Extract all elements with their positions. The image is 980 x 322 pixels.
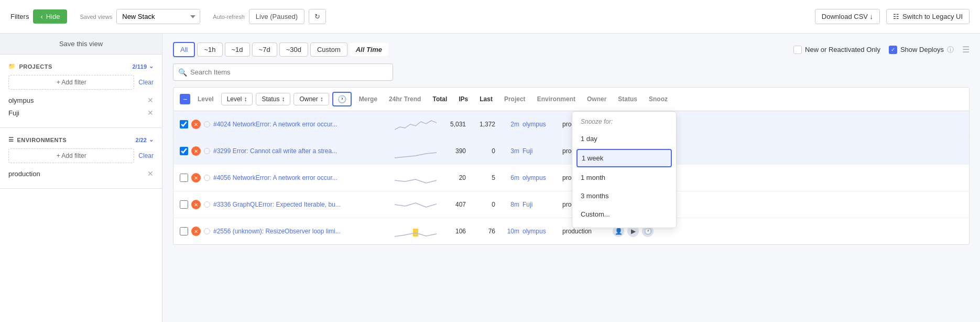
owner-sort-button[interactable]: Owner ↕ <box>293 93 329 105</box>
env-4: production <box>562 228 609 235</box>
layers-icon: ☰ <box>8 136 14 143</box>
sidebar: Save this view 📁 PROJECTS 2/119 ⌄ + Add … <box>0 34 162 322</box>
remove-olympus-button[interactable]: ✕ <box>147 96 154 104</box>
table-row: ✕ #3336 GraphQLError: Expected Iterable,… <box>173 191 969 218</box>
tab-custom[interactable]: Custom <box>310 42 347 57</box>
snooze-option-1day[interactable]: 1 day <box>572 130 676 148</box>
trend-sparkline-0 <box>395 116 437 132</box>
chevron-left-icon: ‹ <box>40 13 42 20</box>
issue-link-4[interactable]: #2556 (unknown): ResizeObserver loop lim… <box>213 228 391 235</box>
column-config-icon[interactable]: ☰ <box>962 45 970 55</box>
status-sort-button[interactable]: Status ↕ <box>256 93 290 105</box>
tab-7d[interactable]: ~7d <box>252 42 277 57</box>
environments-add-filter-button[interactable]: + Add filter <box>8 148 134 163</box>
error-dot-1: ✕ <box>191 146 201 156</box>
col-ips[interactable]: IPs <box>454 93 472 105</box>
total-1: 390 <box>440 147 466 155</box>
environments-header: ☰ ENVIRONMENTS 2/22 ⌄ <box>8 136 154 143</box>
project-3[interactable]: Fuji <box>522 201 559 208</box>
row-checkbox-2[interactable] <box>180 174 188 182</box>
tab-all-time[interactable]: All Time <box>350 43 388 56</box>
top-bar-right: Download CSV ↓ ☷ Switch to Legacy UI <box>815 9 970 24</box>
folder-icon: 📁 <box>8 63 16 70</box>
last-3[interactable]: 8m <box>498 201 519 208</box>
trend-sparkline-3 <box>395 197 437 212</box>
new-reactivated-option[interactable]: New or Reactivated Only <box>793 46 880 54</box>
remove-production-button[interactable]: ✕ <box>147 169 154 178</box>
deselect-all-button[interactable]: − <box>180 94 190 104</box>
download-csv-button[interactable]: Download CSV ↓ <box>815 9 880 24</box>
clock-icon: 🕐 <box>337 95 346 103</box>
environments-count[interactable]: 2/22 ⌄ <box>136 136 154 143</box>
tab-1d[interactable]: ~1d <box>225 42 250 57</box>
table-row: ✕ #4024 NetworkError: A network error oc… <box>173 111 969 138</box>
ips-3: 0 <box>469 201 495 208</box>
snooze-option-custom[interactable]: Custom... <box>572 205 676 223</box>
switch-legacy-button[interactable]: ☷ Switch to Legacy UI <box>886 9 970 24</box>
snooze-option-3months[interactable]: 3 months <box>572 187 676 205</box>
search-input[interactable] <box>173 63 393 81</box>
issue-link-0[interactable]: #4024 NetworkError: A network error occu… <box>213 121 391 128</box>
show-deploys-checkbox[interactable]: ✓ <box>889 46 897 54</box>
projects-add-filter-button[interactable]: + Add filter <box>8 75 134 90</box>
project-2[interactable]: olympus <box>522 174 559 181</box>
sort-icon: ↕ <box>244 95 247 103</box>
project-4[interactable]: olympus <box>522 228 559 235</box>
last-2[interactable]: 6m <box>498 174 519 181</box>
row-checkbox-0[interactable] <box>180 120 188 128</box>
issue-link-3[interactable]: #3336 GraphQLError: Expected Iterable, b… <box>213 201 391 208</box>
filter-time-row: All ~1h ~1d ~7d ~30d Custom All Time New… <box>173 42 970 57</box>
auto-refresh-button[interactable]: Live (Paused) <box>249 9 304 24</box>
total-0: 5,031 <box>440 121 466 128</box>
col-project: Project <box>500 93 530 105</box>
error-dot-3: ✕ <box>191 200 201 209</box>
snooze-option-1week[interactable]: 1 week <box>576 149 672 167</box>
tab-1h[interactable]: ~1h <box>197 42 222 57</box>
row-checkbox-3[interactable] <box>180 200 188 209</box>
status-circle-4 <box>204 228 210 234</box>
trend-sparkline-1 <box>395 143 437 159</box>
ips-2: 5 <box>469 174 495 181</box>
issue-link-2[interactable]: #4056 NetworkError: A network error occu… <box>213 174 391 181</box>
environments-title: ☰ ENVIRONMENTS <box>8 136 67 143</box>
hide-button[interactable]: ‹ Hide <box>33 9 67 24</box>
col-last[interactable]: Last <box>475 93 497 105</box>
row-checkbox-1[interactable] <box>180 147 188 155</box>
status-circle-1 <box>204 148 210 154</box>
remove-fuji-button[interactable]: ✕ <box>147 109 154 117</box>
tab-all[interactable]: All <box>173 42 195 57</box>
search-bar-row: 🔍 <box>173 63 970 81</box>
snooze-dropdown-label: Snooze for: <box>572 116 676 130</box>
last-0[interactable]: 2m <box>498 121 519 128</box>
projects-clear-button[interactable]: Clear <box>138 79 154 86</box>
sort-icon: ↕ <box>281 95 285 103</box>
environment-filter-production: production ✕ <box>8 167 154 180</box>
trend-sparkline-4 <box>395 223 437 239</box>
saved-views-select[interactable]: New Stack <box>116 9 200 24</box>
project-1[interactable]: Fuji <box>522 147 559 155</box>
environments-clear-button[interactable]: Clear <box>138 152 154 159</box>
save-view-button[interactable]: Save this view <box>0 34 162 55</box>
environments-section: ☰ ENVIRONMENTS 2/22 ⌄ + Add filter Clear… <box>0 128 162 189</box>
tab-30d[interactable]: ~30d <box>279 42 308 57</box>
issues-table: − Level Level ↕ Status ↕ Owner ↕ 🕐 Merge <box>173 87 970 245</box>
level-sort-button[interactable]: Level ↕ <box>221 93 253 105</box>
projects-title: 📁 PROJECTS <box>8 63 52 70</box>
trend-sparkline-2 <box>395 170 437 186</box>
snooze-clock-button[interactable]: 🕐 <box>332 92 352 106</box>
total-2: 20 <box>440 174 466 181</box>
snooze-option-1month[interactable]: 1 month <box>572 168 676 187</box>
show-deploys-option[interactable]: ✓ Show Deploys ⓘ <box>889 45 954 55</box>
issue-link-1[interactable]: #3299 Error: Cannot call write after a s… <box>213 147 391 155</box>
project-0[interactable]: olympus <box>522 121 559 128</box>
search-input-wrap: 🔍 <box>173 63 393 81</box>
info-icon[interactable]: ⓘ <box>947 45 954 55</box>
last-1[interactable]: 3m <box>498 147 519 155</box>
projects-count[interactable]: 2/119 ⌄ <box>132 63 154 70</box>
row-checkbox-4[interactable] <box>180 227 188 235</box>
new-reactivated-checkbox[interactable] <box>793 46 802 54</box>
last-4[interactable]: 10m <box>498 228 519 235</box>
col-total[interactable]: Total <box>428 93 451 105</box>
project-filter-fuji: Fuji ✕ <box>8 106 154 119</box>
refresh-icon-button[interactable]: ↻ <box>309 9 326 24</box>
